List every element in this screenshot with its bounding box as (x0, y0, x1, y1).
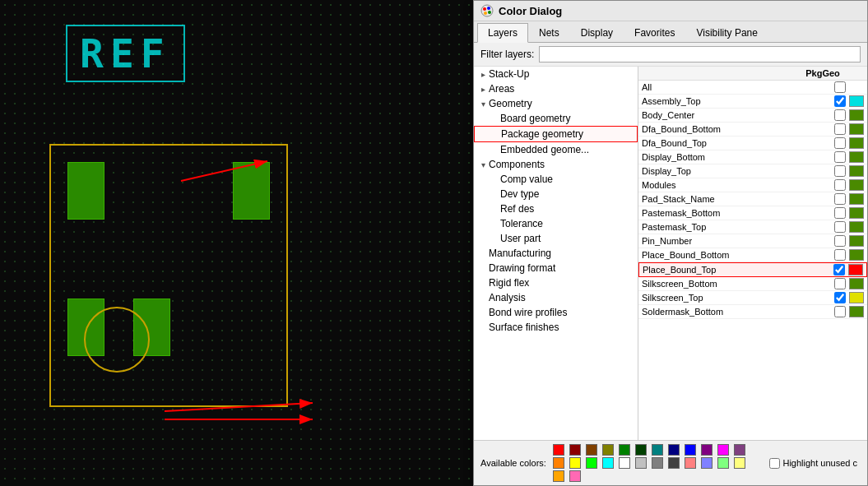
layer-color-pastemask-top[interactable] (849, 221, 864, 233)
color-swatch-22[interactable] (717, 457, 729, 469)
tree-item-analysis[interactable]: Analysis (474, 290, 638, 305)
color-swatch-0[interactable] (553, 444, 564, 456)
tab-layers[interactable]: Layers (477, 23, 528, 43)
layer-checkbox-body-center[interactable] (834, 109, 846, 121)
color-swatch-11[interactable] (734, 444, 745, 456)
color-swatch-19[interactable] (668, 457, 680, 469)
filter-input[interactable] (539, 46, 861, 62)
svg-point-6 (483, 7, 486, 11)
color-swatch-25[interactable] (569, 470, 581, 482)
layer-color-silkscreen-top[interactable] (849, 292, 864, 303)
color-swatch-5[interactable] (635, 444, 647, 456)
layer-checkbox-dfa-bound-top[interactable] (834, 137, 846, 149)
tree-item-surface-finishes[interactable]: Surface finishes (474, 320, 638, 335)
color-swatch-12[interactable] (553, 457, 564, 469)
tree-item-drawing-format[interactable]: Drawing format (474, 261, 638, 275)
layer-row-dfa-bound-top: Dfa_Bound_Top (638, 137, 867, 150)
tree-item-components[interactable]: ▾Components (474, 157, 638, 172)
expand-icon[interactable]: ▸ (477, 85, 489, 94)
layer-checkbox-silkscreen-top[interactable] (834, 292, 846, 303)
layer-row-display-top: Display_Top (638, 164, 867, 178)
layer-color-modules[interactable] (849, 179, 864, 191)
color-swatch-7[interactable] (668, 444, 680, 456)
layer-checkbox-pin-number[interactable] (834, 235, 846, 247)
tab-nets[interactable]: Nets (528, 23, 570, 42)
layer-name-assembly-top: Assembly_Top (642, 96, 831, 106)
color-swatch-4[interactable] (619, 444, 630, 456)
layer-checkbox-place-bound-top[interactable] (833, 264, 845, 275)
tree-item-package-geometry[interactable]: Package geometry (474, 126, 638, 142)
layer-checkbox-silkscreen-bottom[interactable] (834, 278, 846, 289)
color-swatch-18[interactable] (652, 457, 663, 469)
tree-item-comp-value[interactable]: Comp value (474, 172, 638, 187)
tree-item-bond-wire-profiles[interactable]: Bond wire profiles (474, 305, 638, 320)
highlight-unused-checkbox[interactable] (769, 458, 780, 469)
color-swatch-13[interactable] (569, 457, 581, 469)
color-swatch-23[interactable] (734, 457, 745, 469)
color-swatch-24[interactable] (553, 470, 564, 482)
collapse-icon[interactable]: ▾ (477, 100, 489, 109)
layer-color-assembly-top[interactable] (849, 95, 864, 107)
color-swatch-1[interactable] (569, 444, 581, 456)
tree-item-stack-up[interactable]: ▸Stack-Up (474, 67, 638, 81)
tree-item-dev-type[interactable]: Dev type (474, 187, 638, 201)
color-swatch-14[interactable] (586, 457, 597, 469)
color-swatch-21[interactable] (701, 457, 713, 469)
tree-item-tolerance[interactable]: Tolerance (474, 216, 638, 231)
color-swatch-17[interactable] (635, 457, 647, 469)
tab-favorites[interactable]: Favorites (624, 23, 685, 42)
color-swatch-20[interactable] (685, 457, 696, 469)
layer-name-pastemask-bottom: Pastemask_Bottom (642, 208, 831, 218)
color-swatch-6[interactable] (652, 444, 663, 456)
layer-checkbox-display-bottom[interactable] (834, 151, 846, 163)
color-swatch-3[interactable] (602, 444, 614, 456)
expand-icon[interactable]: ▸ (477, 70, 489, 79)
layers-header: PkgGeo (638, 67, 867, 81)
layer-checkbox-place-bound-bottom[interactable] (834, 249, 846, 261)
tree-item-rigid-flex[interactable]: Rigid flex (474, 275, 638, 290)
layer-color-place-bound-bottom[interactable] (849, 249, 864, 261)
layer-color-soldermask-bottom[interactable] (849, 306, 864, 317)
color-dialog: Color Dialog Layers Nets Display Favorit… (473, 0, 868, 486)
layer-color-dfa-bound-bottom[interactable] (849, 123, 864, 135)
layer-color-place-bound-top[interactable] (848, 264, 863, 275)
layer-checkbox-display-top[interactable] (834, 165, 846, 177)
tree-item-areas[interactable]: ▸Areas (474, 81, 638, 96)
layer-checkbox-all[interactable] (834, 81, 846, 93)
layer-checkbox-pastemask-bottom[interactable] (834, 207, 846, 219)
layer-color-pastemask-bottom[interactable] (849, 207, 864, 219)
layer-color-silkscreen-bottom[interactable] (849, 278, 864, 289)
layer-row-pastemask-top: Pastemask_Top (638, 220, 867, 234)
color-swatch-15[interactable] (602, 457, 614, 469)
layer-name-body-center: Body_Center (642, 110, 831, 120)
layer-color-display-top[interactable] (849, 165, 864, 177)
layer-checkbox-assembly-top[interactable] (834, 95, 846, 107)
color-swatch-8[interactable] (685, 444, 696, 456)
layer-color-dfa-bound-top[interactable] (849, 137, 864, 149)
tree-item-embedded-geome[interactable]: Embedded geome... (474, 142, 638, 157)
collapse-icon[interactable]: ▾ (477, 160, 489, 169)
tree-item-board-geometry[interactable]: Board geometry (474, 111, 638, 126)
palette-icon (480, 4, 494, 17)
color-swatch-16[interactable] (619, 457, 630, 469)
layer-checkbox-dfa-bound-bottom[interactable] (834, 123, 846, 135)
layer-name-modules: Modules (642, 180, 831, 190)
layer-color-body-center[interactable] (849, 109, 864, 121)
color-swatch-9[interactable] (701, 444, 713, 456)
tab-display[interactable]: Display (570, 23, 624, 42)
color-swatch-2[interactable] (586, 444, 597, 456)
tree-item-ref-des[interactable]: Ref des (474, 201, 638, 216)
color-swatch-10[interactable] (717, 444, 729, 456)
layer-checkbox-modules[interactable] (834, 179, 846, 191)
layer-color-pad-stack-name[interactable] (849, 193, 864, 205)
layer-name-display-top: Display_Top (642, 166, 831, 176)
tab-visibility-pane[interactable]: Visibility Pane (685, 23, 768, 42)
layer-color-pin-number[interactable] (849, 235, 864, 247)
layer-checkbox-soldermask-bottom[interactable] (834, 306, 846, 317)
layer-checkbox-pad-stack-name[interactable] (834, 193, 846, 205)
tree-item-geometry[interactable]: ▾Geometry (474, 96, 638, 111)
tree-item-user-part[interactable]: User part (474, 231, 638, 246)
tree-item-manufacturing[interactable]: Manufacturing (474, 246, 638, 261)
layer-checkbox-pastemask-top[interactable] (834, 221, 846, 233)
layer-color-display-bottom[interactable] (849, 151, 864, 163)
